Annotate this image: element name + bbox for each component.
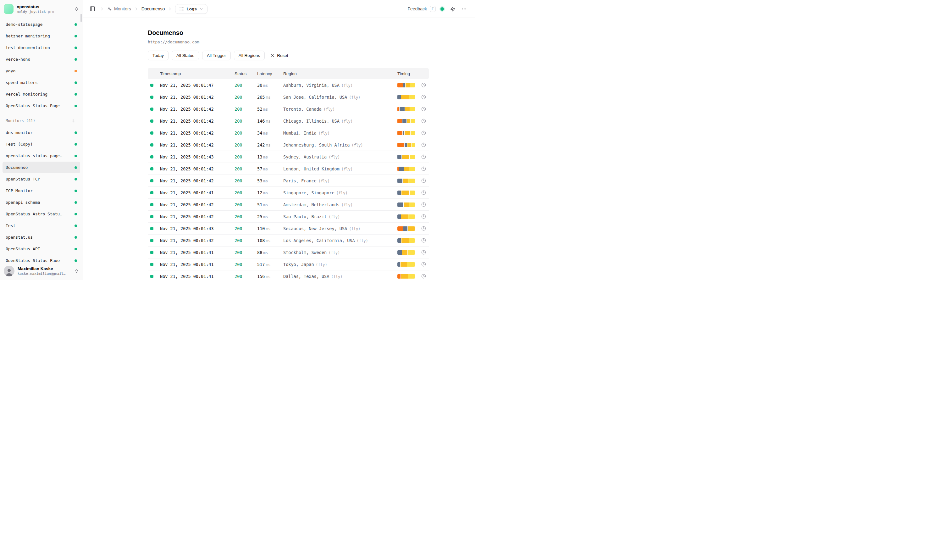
log-timing-cell: [397, 155, 418, 159]
log-row[interactable]: Nov 21, 2025 00:01:4220057msLondon, Unit…: [148, 163, 429, 175]
breadcrumb-monitors[interactable]: Monitors: [107, 6, 131, 11]
connection-status-dot[interactable]: [440, 7, 444, 11]
breadcrumb-separator: [168, 6, 172, 11]
sidebar-item-test[interactable]: Test: [3, 220, 80, 231]
timing-segment-tls: [402, 250, 408, 255]
log-row[interactable]: Nov 21, 2025 00:01:42200265msSan Jose, C…: [148, 91, 429, 103]
log-latency: 108ms: [257, 238, 283, 243]
sidebar-item-hetzner-monitoring[interactable]: hetzner monitoring: [3, 30, 80, 42]
add-monitor-button[interactable]: [69, 117, 77, 125]
reset-filters-button[interactable]: Reset: [268, 51, 291, 60]
log-row[interactable]: Nov 21, 2025 00:01:41200517msTokyo, Japa…: [148, 258, 429, 271]
chevrons-up-down-icon: [74, 269, 79, 274]
log-row[interactable]: Nov 21, 2025 00:01:41200156msDallas, Tex…: [148, 271, 429, 280]
sidebar-item-openstatus-status-page[interactable]: OpenStatus Status Page: [3, 255, 80, 262]
sidebar-item-vercel-monitoring[interactable]: Vercel Monitoring: [3, 88, 80, 100]
log-row[interactable]: Nov 21, 2025 00:01:42200108msLos Angeles…: [148, 235, 429, 246]
status-square: [150, 203, 154, 206]
status-square: [150, 167, 154, 171]
log-status-code: 200: [234, 83, 257, 88]
log-row[interactable]: Nov 21, 2025 00:01:4220052msToronto, Can…: [148, 103, 429, 115]
filter-status[interactable]: All Status: [172, 51, 199, 60]
latency-value: 110: [257, 226, 265, 231]
sidebar-item-openstatus-tcp[interactable]: OpenStatus TCP: [3, 173, 80, 185]
timing-segment-tls: [406, 83, 410, 88]
sidebar-item-openapi-schema[interactable]: openapi schema: [3, 197, 80, 208]
sidebar-item-openstatus-api[interactable]: OpenStatus API: [3, 243, 80, 255]
column-timing: Timing: [397, 71, 418, 76]
sidebar-item-tcp-monitor[interactable]: TCP Monitor: [3, 185, 80, 197]
timing-bar: [397, 250, 415, 255]
sidebar-item-documenso[interactable]: Documenso: [3, 162, 80, 173]
log-row[interactable]: Nov 21, 2025 00:01:4120012msSingapore, S…: [148, 187, 429, 199]
sidebar-toggle-button[interactable]: [88, 5, 97, 13]
timing-segment-connect: [397, 238, 401, 243]
sidebar-item-speed-matters[interactable]: speed-matters: [3, 77, 80, 88]
log-status-code: 200: [234, 95, 257, 100]
log-row[interactable]: Nov 21, 2025 00:01:42200146msChicago, Il…: [148, 115, 429, 127]
timing-bar: [397, 95, 415, 99]
log-row[interactable]: Nov 21, 2025 00:01:4320013msSydney, Aust…: [148, 151, 429, 163]
region-name: Sao Paulo, Brazil: [283, 214, 327, 219]
breadcrumb-monitor-name[interactable]: Documenso: [142, 6, 165, 11]
sidebar-scrollbar[interactable]: [80, 14, 82, 22]
latency-value: 25: [257, 214, 262, 219]
log-region: Paris, France(fly): [283, 178, 397, 183]
status-square: [150, 108, 154, 111]
log-timestamp: Nov 21, 2025 00:01:42: [157, 166, 234, 171]
sidebar-item-yoyo[interactable]: yoyo: [3, 65, 80, 77]
log-timestamp: Nov 21, 2025 00:01:42: [157, 106, 234, 112]
timing-segment-tls: [408, 143, 411, 147]
user-menu[interactable]: Maximilian Kaske kaske.maximilian@gmail…: [0, 262, 83, 280]
log-timing-cell: [397, 203, 418, 207]
sidebar-item-dns-monitor[interactable]: dns monitor: [3, 127, 80, 138]
row-status-cell: [148, 263, 157, 266]
column-region: Region: [283, 71, 397, 76]
log-row[interactable]: Nov 21, 2025 00:01:4720030msAshburn, Vir…: [148, 79, 429, 91]
sidebar-item-openstatus-astro-statu[interactable]: OpenStatus Astro Statu…: [3, 208, 80, 220]
region-name: Singapore, Singapore: [283, 190, 334, 195]
log-row[interactable]: Nov 21, 2025 00:01:4220053msParis, Franc…: [148, 175, 429, 187]
sidebar-item-test-documentation[interactable]: test-documentation: [3, 42, 80, 54]
log-row[interactable]: Nov 21, 2025 00:01:4220051msAmsterdam, N…: [148, 199, 429, 211]
timing-segment-ttfb: [409, 95, 415, 99]
sidebar-item-openstatus-status-page[interactable]: openstatus status page…: [3, 150, 80, 162]
timing-segment-tls: [400, 262, 407, 267]
workspace-switcher[interactable]: openstatus moldy-joystick pro: [0, 0, 83, 18]
log-row[interactable]: Nov 21, 2025 00:01:4220034msMumbai, Indi…: [148, 127, 429, 139]
more-options-button[interactable]: [460, 5, 468, 13]
timing-segment-connect: [397, 191, 401, 195]
monitor-url-link[interactable]: https://documenso.com: [148, 40, 199, 44]
log-timing-cell: [397, 167, 418, 171]
filter-date[interactable]: Today: [148, 51, 169, 60]
latency-unit: ms: [266, 119, 270, 123]
timing-segment-ttfb: [409, 238, 415, 243]
log-status-code: 200: [234, 118, 257, 123]
timing-segment-connect: [397, 214, 401, 219]
timing-segment-tls: [401, 274, 408, 278]
latency-value: 53: [257, 178, 262, 183]
logs-view-dropdown[interactable]: Logs: [175, 4, 207, 14]
sidebar-item-test-copy[interactable]: Test (Copy): [3, 138, 80, 150]
timing-bar: [397, 203, 415, 207]
sidebar-item-verce-hono[interactable]: verce-hono: [3, 54, 80, 65]
timing-segment-ttfb: [408, 178, 415, 183]
sidebar-item-openstatus-status-page[interactable]: OpenStatus Status Page: [3, 100, 80, 112]
timing-segment-tls: [402, 191, 409, 195]
filter-trigger[interactable]: All Trigger: [202, 51, 231, 60]
log-row[interactable]: Nov 21, 2025 00:01:4120088msStockholm, S…: [148, 246, 429, 258]
region-provider: (fly): [316, 263, 327, 267]
log-row[interactable]: Nov 21, 2025 00:01:43200110msSecaucus, N…: [148, 223, 429, 235]
sidebar-item-openstat-us[interactable]: openstat.us: [3, 231, 80, 243]
latency-unit: ms: [263, 107, 268, 112]
sidebar-item-demo-statuspage[interactable]: demo-statuspage: [3, 18, 80, 30]
log-row[interactable]: Nov 21, 2025 00:01:4220025msSao Paulo, B…: [148, 211, 429, 223]
filter-regions[interactable]: All Regions: [234, 51, 265, 60]
sidebar-item-label: TCP Monitor: [6, 188, 72, 193]
region-name: Toronto, Canada: [283, 106, 322, 112]
status-square: [150, 275, 154, 278]
log-row[interactable]: Nov 21, 2025 00:01:42200242msJohannesbur…: [148, 139, 429, 151]
quick-actions-button[interactable]: [449, 5, 457, 13]
feedback-button[interactable]: Feedback: [408, 6, 427, 11]
sidebar-item-label: demo-statuspage: [6, 22, 72, 27]
